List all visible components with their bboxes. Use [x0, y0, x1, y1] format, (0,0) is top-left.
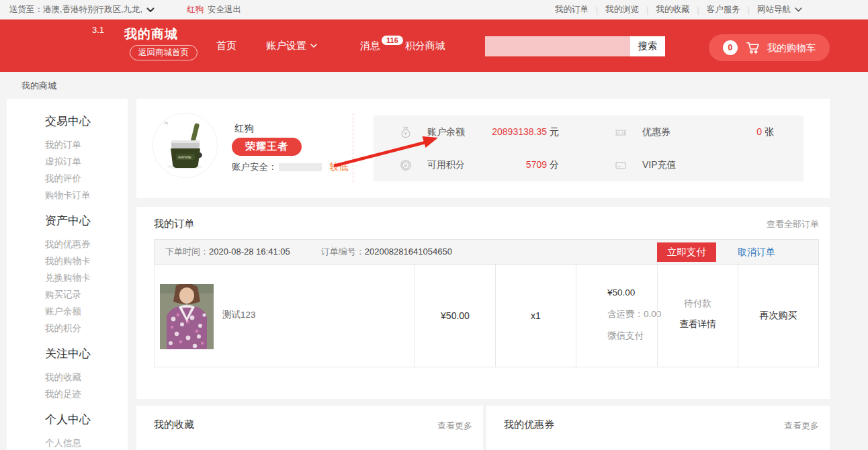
coupons-panel: 我的优惠券 查看更多	[486, 406, 830, 450]
util-link-my-orders[interactable]: 我的订单	[555, 4, 589, 15]
util-link-customer-service[interactable]: 客户服务	[707, 4, 740, 15]
sidebar-section-assets: 资产中心	[45, 213, 128, 228]
header-search: 搜索	[485, 36, 665, 56]
sidebar-item-redeem-card[interactable]: 兑换购物卡	[45, 269, 128, 286]
orders-section-title: 我的订单	[154, 218, 194, 230]
money-bag-icon: ¥	[400, 126, 412, 138]
page-root: 送货至： 港澳,香港特别行政区,九龙, 红狗 安全退出 我的订单 | 我的浏览 …	[0, 0, 868, 450]
svg-text:¥: ¥	[404, 130, 408, 136]
svg-text:¥: ¥	[404, 163, 407, 168]
nav-points-mall[interactable]: 积分商城	[405, 40, 445, 52]
pay-method: 微信支付	[607, 330, 644, 342]
sidebar-item-my-reviews[interactable]: 我的评价	[45, 170, 128, 187]
order-no-label: 订单编号：	[321, 246, 365, 257]
profile-name: 红狗	[234, 122, 254, 135]
sidebar-item-my-favorites[interactable]: 我的收藏	[45, 369, 128, 386]
order-status: 待付款	[658, 298, 738, 310]
sidebar-item-personal-info[interactable]: 个人信息	[45, 435, 128, 450]
unit-price: ¥50.00	[415, 265, 495, 367]
util-link-site-nav[interactable]: 网站导航	[757, 4, 791, 15]
version-label: 3.1	[92, 25, 104, 35]
cart-icon	[746, 41, 761, 54]
sidebar-item-my-points[interactable]: 我的积分	[45, 320, 128, 336]
logout-link[interactable]: 安全退出	[208, 4, 241, 15]
favorites-panel: 我的收藏 查看更多	[136, 406, 483, 450]
order-product-cell: 测试123	[155, 265, 415, 367]
security-label: 账户安全：	[232, 161, 277, 173]
coin-icon: ¥	[400, 159, 412, 171]
stat-coupons[interactable]: 优惠券 0张	[589, 116, 804, 148]
sidebar-item-my-orders[interactable]: 我的订单	[45, 136, 128, 153]
sidebar-item-purchase-records[interactable]: 购买记录	[45, 286, 128, 303]
order-qty-cell: x1	[495, 265, 576, 367]
order-total-cell: ¥50.00 含运费：0.00 微信支付	[576, 265, 657, 367]
order-header-bar: 下单时间：2020-08-28 16:41:05 订单编号：2020082816…	[154, 239, 819, 265]
sidebar-section-trade: 交易中心	[45, 114, 128, 129]
search-button[interactable]: 搜索	[630, 36, 665, 56]
avatar[interactable]: .:#| AWMIE	[153, 113, 218, 178]
shipping-fee: 含运费：0.00	[607, 308, 661, 320]
main-header: 3.1 我的商城 返回商城首页 首页 账户设置 消息 116 积分商城 搜索 0	[0, 19, 868, 72]
page-title: 我的商城	[124, 26, 178, 43]
chevron-down-icon[interactable]	[146, 7, 155, 13]
divider: |	[697, 5, 699, 15]
coupons-view-more-link[interactable]: 查看更多	[784, 420, 819, 432]
rebuy-link[interactable]: 再次购买	[738, 265, 818, 367]
stat-vip-recharge[interactable]: VIP充值	[589, 148, 804, 181]
order-total: ¥50.00	[607, 287, 635, 298]
pay-now-button[interactable]: 立即支付	[657, 242, 716, 262]
security-level: 较低	[330, 161, 349, 173]
back-to-mall-button[interactable]: 返回商城首页	[130, 45, 198, 60]
order-status-cell: 待付款 查看详情	[657, 265, 738, 367]
order-rebuy-cell: 再次购买	[738, 265, 818, 367]
search-input[interactable]	[485, 36, 630, 56]
stat-balance[interactable]: ¥ 账户余额 20893138.35元	[374, 116, 589, 148]
chevron-down-icon	[310, 44, 317, 48]
util-link-my-favorites[interactable]: 我的收藏	[656, 4, 690, 15]
ship-to-label: 送货至：	[9, 4, 43, 15]
sidebar-item-account-balance[interactable]: 账户余额	[45, 303, 128, 320]
divider	[353, 114, 353, 183]
message-count-badge: 116	[382, 36, 403, 45]
sidebar-section-follow: 关注中心	[45, 346, 128, 361]
cart-button[interactable]: 0 我的购物车	[709, 34, 830, 61]
nav-messages[interactable]: 消息 116	[360, 40, 405, 52]
order-price-cell: ¥50.00	[415, 265, 495, 367]
chevron-down-icon[interactable]	[795, 7, 802, 12]
nav-account-settings[interactable]: 账户设置	[266, 40, 317, 52]
card-icon	[615, 159, 627, 171]
view-detail-link[interactable]: 查看详情	[658, 318, 738, 330]
order-time-label: 下单时间：	[165, 246, 209, 257]
view-all-orders-link[interactable]: 查看全部订单	[767, 218, 819, 230]
account-stats-panel: ¥ 账户余额 20893138.35元 优惠券 0张	[374, 116, 804, 181]
sidebar-item-card-orders[interactable]: 购物卡订单	[45, 187, 128, 204]
util-link-my-history[interactable]: 我的浏览	[605, 4, 639, 15]
quantity: x1	[496, 265, 576, 367]
divider: |	[748, 5, 750, 15]
favorites-view-more-link[interactable]: 查看更多	[437, 420, 472, 432]
order-time-value: 2020-08-28 16:41:05	[209, 246, 290, 257]
balance-value: 20893138.35	[492, 126, 547, 137]
nav-home[interactable]: 首页	[216, 40, 236, 52]
sidebar: 交易中心 我的订单 虚拟订单 我的评价 购物卡订单 资产中心 我的优惠券 我的购…	[7, 99, 128, 450]
sidebar-item-my-coupons[interactable]: 我的优惠券	[45, 236, 128, 253]
coupons-title: 我的优惠券	[504, 418, 554, 431]
account-security-row: 账户安全： 较低	[232, 161, 349, 173]
product-name[interactable]: 测试123	[222, 309, 256, 321]
sidebar-item-virtual-orders[interactable]: 虚拟订单	[45, 153, 128, 170]
utility-bar: 送货至： 港澳,香港特别行政区,九龙, 红狗 安全退出 我的订单 | 我的浏览 …	[0, 0, 868, 19]
stat-points[interactable]: ¥ 可用积分 5709分	[374, 148, 589, 181]
sidebar-section-personal: 个人中心	[45, 412, 128, 427]
breadcrumb: 我的商城	[21, 80, 56, 92]
order-no-value: 202008281641054650	[365, 246, 452, 257]
sidebar-item-my-shopping-card[interactable]: 我的购物卡	[45, 253, 128, 269]
sidebar-item-my-footprints[interactable]: 我的足迹	[45, 386, 128, 402]
profile-panel: .:#| AWMIE 红狗 荣耀王者 账户安全： 较低	[136, 99, 830, 198]
cancel-order-link[interactable]: 取消订单	[738, 246, 775, 259]
product-image[interactable]	[160, 284, 214, 349]
cart-label: 我的购物车	[767, 42, 816, 54]
cart-count-badge: 0	[723, 40, 738, 55]
username-link[interactable]: 红狗	[187, 4, 204, 15]
svg-text:AWMIE: AWMIE	[178, 155, 191, 159]
ship-to-value[interactable]: 港澳,香港特别行政区,九龙,	[43, 4, 142, 15]
